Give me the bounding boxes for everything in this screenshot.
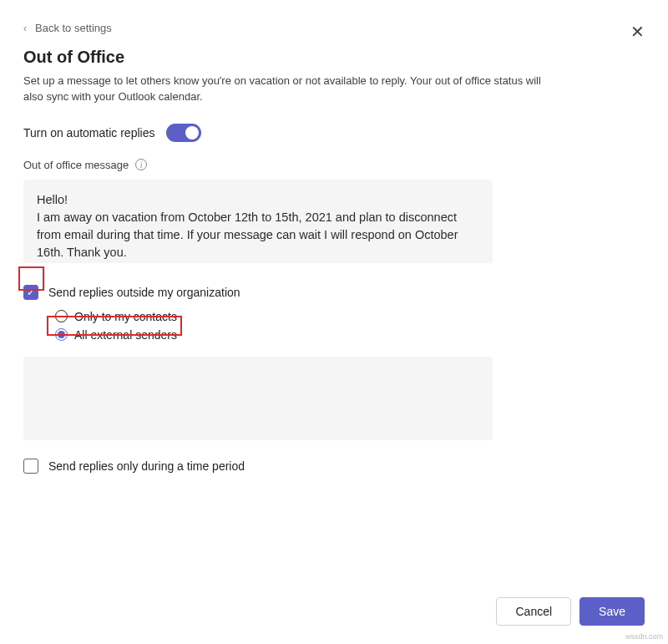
close-button[interactable]: ✕	[630, 23, 645, 40]
back-label: Back to settings	[35, 22, 112, 34]
back-to-settings-link[interactable]: ‹ Back to settings	[23, 22, 645, 34]
page-subtitle: Set up a message to let others know you'…	[23, 74, 558, 105]
info-icon[interactable]: i	[135, 159, 147, 170]
radio-icon	[55, 328, 68, 341]
page-title: Out of Office	[23, 48, 645, 67]
radio-icon	[55, 310, 68, 322]
radio-label-all-external: All external senders	[74, 328, 177, 342]
check-icon: ✓	[27, 287, 35, 298]
cancel-button[interactable]: Cancel	[496, 597, 571, 626]
radio-label-only-contacts: Only to my contacts	[74, 310, 177, 323]
close-icon: ✕	[630, 23, 645, 41]
time-period-label: Send replies only during a time period	[48, 459, 245, 473]
watermark: wsxdn.com	[625, 632, 663, 641]
send-outside-org-label: Send replies outside my organization	[48, 286, 240, 299]
toggle-knob	[185, 126, 199, 139]
ooo-message-label: Out of office message	[23, 159, 129, 171]
external-message-textarea[interactable]	[23, 357, 493, 440]
auto-replies-toggle[interactable]	[166, 124, 201, 142]
radio-only-contacts[interactable]: Only to my contacts	[55, 310, 645, 323]
external-recipients-radio-group: Only to my contacts All external senders	[55, 310, 645, 342]
save-button[interactable]: Save	[579, 597, 645, 626]
time-period-checkbox[interactable]	[23, 459, 38, 474]
send-outside-org-checkbox[interactable]: ✓	[23, 285, 38, 300]
auto-replies-toggle-label: Turn on automatic replies	[23, 126, 154, 139]
radio-all-external[interactable]: All external senders	[55, 328, 645, 342]
chevron-left-icon: ‹	[23, 23, 27, 34]
ooo-message-textarea[interactable]	[23, 180, 493, 263]
